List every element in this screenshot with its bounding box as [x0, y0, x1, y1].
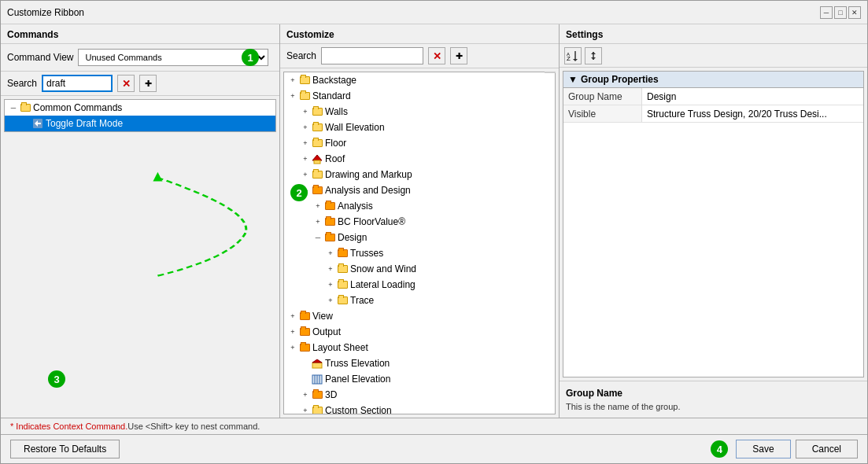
step-badge-2: 2 — [290, 184, 308, 201]
tree-item-drawing[interactable]: + Drawing and Markup — [284, 167, 555, 182]
group-properties-header: ▼ Group Properties — [563, 72, 863, 88]
tree-item-3d[interactable]: + 3D — [284, 387, 555, 403]
tree-item-walls[interactable]: + Walls — [284, 104, 555, 120]
window-controls: ─ □ ✕ — [820, 6, 861, 19]
tree-item-common-commands[interactable]: ─ Common Commands — [5, 100, 275, 116]
icon-bc — [323, 215, 336, 228]
toggle-draft-label: Toggle Draft Mode — [46, 118, 123, 129]
sort-az-button[interactable]: A Z — [564, 47, 582, 64]
icon-custom — [311, 404, 323, 414]
customize-header: Customize — [280, 24, 559, 44]
exp-wall-elev: + — [300, 123, 311, 131]
tree-item-snow-wind[interactable]: + Snow and Wind — [284, 261, 555, 277]
icon-output — [298, 326, 311, 338]
exp-floor: + — [300, 139, 311, 147]
commands-header: Commands — [1, 24, 279, 44]
exp-output: + — [287, 328, 298, 336]
maximize-button[interactable]: □ — [834, 6, 847, 19]
customize-panel: Customize Search ✕ ✚ + — [280, 24, 560, 418]
commands-search-input[interactable] — [42, 75, 113, 92]
step-badge-1: 1 — [242, 49, 259, 66]
customize-search-input[interactable] — [321, 47, 423, 64]
prop-name-group: Group Name — [563, 88, 642, 105]
cancel-button[interactable]: Cancel — [796, 440, 858, 458]
tree-item-layout-sheet[interactable]: + Layout Sheet — [284, 340, 555, 355]
tree-item-lateral[interactable]: + Lateral Loading — [284, 277, 555, 293]
status-bar: * Indicates Context Command. Use <Shift>… — [1, 418, 867, 434]
scrollbar[interactable] — [545, 72, 556, 73]
tree-item-trace[interactable]: + Trace — [284, 293, 555, 308]
tree-item-wall-elevation[interactable]: + Wall Elevation — [284, 120, 555, 135]
label-design: Design — [338, 232, 367, 243]
cmd-icon-draft — [31, 117, 44, 130]
tree-item-standard[interactable]: + Standard — [284, 88, 555, 104]
commands-panel: Commands Command View Unused Commands 1 … — [1, 24, 280, 418]
icon-layout — [298, 341, 311, 354]
restore-defaults-button[interactable]: Restore To Defaults — [10, 440, 120, 458]
group-name-title: Group Name — [566, 388, 861, 399]
customize-clear-button[interactable]: ✕ — [428, 47, 445, 64]
maximize-icon: □ — [838, 9, 842, 17]
prop-value-visible[interactable]: Structure Truss Design, 20/20 Truss Desi… — [642, 109, 863, 120]
tree-item-analysis-design[interactable]: ─ Analysis and Design — [284, 182, 555, 198]
icon-panel-elev — [311, 373, 323, 385]
exp-layout: + — [287, 344, 298, 352]
sort-arrow-button[interactable] — [585, 47, 602, 64]
exp-bc: + — [312, 218, 323, 226]
save-button[interactable]: Save — [736, 440, 790, 458]
group-properties-label: Group Properties — [581, 74, 659, 85]
tree-item-design[interactable]: ─ Design — [284, 230, 555, 245]
tree-item-truss-elev[interactable]: Truss Elevation — [284, 355, 555, 371]
label-analysis-design: Analysis and Design — [325, 185, 411, 196]
close-button[interactable]: ✕ — [848, 6, 861, 19]
settings-header: Settings — [560, 24, 867, 44]
tree-item-output[interactable]: + Output — [284, 324, 555, 340]
tree-item-panel-elev[interactable]: Panel Elevation — [284, 371, 555, 387]
label-analysis: Analysis — [338, 201, 373, 212]
shift-nest-hint: Use <Shift> key to nest command. — [127, 422, 260, 431]
prop-value-group[interactable]: Design — [642, 91, 863, 102]
common-commands-label: Common Commands — [33, 102, 122, 113]
prop-row-visible: Visible Structure Truss Design, 20/20 Tr… — [563, 105, 863, 123]
close-icon: ✕ — [851, 9, 858, 17]
svg-marker-6 — [312, 359, 322, 363]
customize-add-icon: ✚ — [456, 51, 463, 61]
label-lateral: Lateral Loading — [350, 279, 416, 290]
prop-row-group-name: Group Name Design — [563, 88, 863, 105]
svg-rect-4 — [314, 160, 320, 164]
customize-search-label: Search — [286, 50, 316, 61]
tree-item-view[interactable]: + View — [284, 308, 555, 324]
settings-panel: Settings A Z — [560, 24, 867, 418]
icon-walls — [311, 105, 323, 118]
commands-add-button[interactable]: ✚ — [139, 75, 157, 92]
label-drawing: Drawing and Markup — [325, 169, 412, 180]
label-bc-floorvalue: BC FloorValue® — [338, 216, 405, 227]
customize-add-button[interactable]: ✚ — [450, 47, 467, 64]
tree-item-custom-section[interactable]: + Custom Section — [284, 403, 555, 414]
exp-standard: + — [287, 92, 298, 100]
exp-custom: + — [300, 407, 311, 414]
exp-walls: + — [300, 108, 311, 116]
svg-text:Z: Z — [567, 55, 571, 62]
command-view-dropdown[interactable]: Unused Commands — [78, 49, 268, 66]
tree-item-bc-floorvalue[interactable]: + BC FloorValue® — [284, 214, 555, 230]
tree-item-backstage[interactable]: + Backstage — [284, 72, 555, 88]
icon-drawing — [311, 168, 323, 181]
prop-name-visible: Visible — [563, 105, 642, 122]
label-output: Output — [312, 326, 341, 337]
collapse-icon-group: ▼ — [568, 74, 578, 85]
tree-item-trusses[interactable]: + Trusses — [284, 245, 555, 261]
customize-ribbon-dialog: Customize Ribbon ─ □ ✕ Commands Command … — [0, 0, 868, 464]
exp-analysis: + — [312, 202, 323, 210]
icon-3d — [311, 389, 323, 401]
commands-tree-container: ─ Common Commands Toggle Dr — [1, 96, 279, 418]
tree-item-toggle-draft-mode[interactable]: Toggle Draft Mode — [5, 116, 275, 131]
tree-item-roof[interactable]: + Roof — [284, 151, 555, 167]
tree-item-analysis[interactable]: + Analysis — [284, 198, 555, 214]
commands-clear-button[interactable]: ✕ — [117, 75, 135, 92]
svg-marker-16 — [591, 52, 596, 54]
exp-lateral: + — [325, 281, 336, 289]
minimize-button[interactable]: ─ — [820, 6, 833, 19]
expand-icon-common: ─ — [8, 104, 19, 112]
tree-item-floor[interactable]: + Floor — [284, 135, 555, 151]
